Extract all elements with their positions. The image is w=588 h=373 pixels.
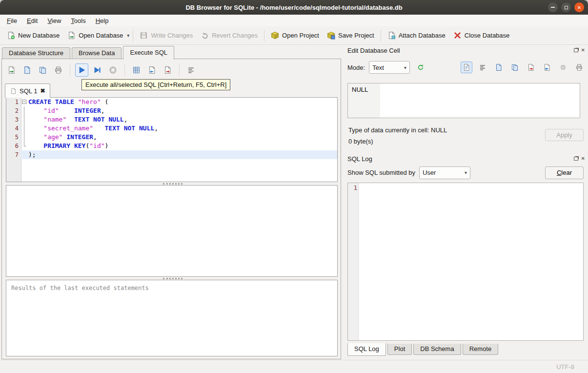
sql-tab-close-icon[interactable]: ✖ — [40, 87, 45, 94]
splitter-handle[interactable] — [163, 183, 182, 185]
dock-tab-sql-log[interactable]: SQL Log — [347, 343, 386, 356]
format-sql-button[interactable] — [184, 63, 198, 77]
code-line[interactable]: 4 "secret_name" TEXT NOT NULL, — [6, 124, 337, 133]
dock-tab-plot[interactable]: Plot — [387, 344, 412, 355]
dock-tab-remote[interactable]: Remote — [463, 344, 499, 355]
sql-tab-icon — [10, 88, 17, 94]
menu-tools[interactable]: Tools — [66, 16, 90, 26]
dock-close-icon[interactable]: ✕ — [581, 156, 585, 161]
open-in-editor-icon — [495, 63, 503, 71]
title-bar[interactable]: DB Browser for SQLite - /home/user/code/… — [0, 0, 588, 15]
close-database-button[interactable]: Close Database — [449, 29, 514, 42]
find-replace-button[interactable] — [161, 63, 174, 77]
minimize-button[interactable] — [548, 2, 558, 12]
fold-marker — [21, 150, 27, 159]
apply-button[interactable]: Apply — [545, 129, 584, 141]
text-mode-button[interactable] — [461, 62, 472, 73]
sql-log-view[interactable]: 1 — [347, 183, 584, 341]
dock-float-icon[interactable] — [574, 48, 578, 52]
word-wrap-button[interactable] — [477, 62, 488, 73]
auto-mode-button[interactable] — [415, 62, 426, 73]
execute-all-button[interactable] — [75, 63, 88, 77]
line-number: 6 — [6, 142, 21, 150]
code-text: "id" INTEGER, — [27, 106, 337, 115]
fold-marker — [21, 124, 27, 133]
results-placeholder: Results of the last executed statements — [11, 285, 149, 291]
menu-help[interactable]: Help — [91, 16, 114, 26]
tab-database-structure[interactable]: Database Structure — [2, 47, 70, 59]
fold-marker[interactable]: − — [21, 98, 27, 106]
left-pane: Database StructureBrowse DataExecute SQL — [0, 45, 343, 360]
window-title: DB Browser for SQLite - /home/user/code/… — [185, 4, 402, 11]
execute-current-line-button[interactable] — [91, 63, 104, 77]
line-number: 3 — [6, 115, 21, 124]
dock-tab-db-schema[interactable]: DB Schema — [413, 344, 461, 355]
save-project-label: Save Project — [338, 32, 374, 39]
revert-changes-button[interactable]: Revert Changes — [197, 29, 262, 42]
print-sql-button[interactable] — [52, 63, 65, 77]
minimize-icon — [551, 7, 555, 8]
stop-icon — [109, 66, 117, 74]
mode-combobox[interactable]: Text ▾ — [369, 61, 410, 74]
results-grid[interactable] — [6, 185, 338, 277]
window-controls: ✕ — [548, 2, 584, 12]
attach-database-button[interactable]: Attach Database — [384, 29, 449, 42]
fold-marker — [21, 142, 27, 150]
print-cell-button[interactable] — [573, 62, 585, 73]
tab-execute-sql[interactable]: Execute SQL — [123, 46, 174, 60]
splitter-handle[interactable] — [163, 278, 182, 279]
dock-float-icon[interactable] — [574, 157, 578, 161]
close-button[interactable]: ✕ — [574, 2, 584, 12]
code-line[interactable]: 5 "age" INTEGER, — [6, 133, 337, 142]
import-sql-button[interactable] — [145, 63, 159, 77]
stop-execution-button[interactable] — [106, 63, 120, 77]
new-database-button[interactable]: New Database — [3, 29, 63, 42]
log-filter-combobox[interactable]: User ▾ — [419, 166, 470, 179]
attach-database-label: Attach Database — [399, 32, 446, 39]
code-line[interactable]: 3 "name" TEXT NOT NULL, — [6, 115, 337, 124]
code-line[interactable]: 2 "id" INTEGER, — [6, 106, 337, 115]
cell-value-editor[interactable]: NULL — [347, 83, 580, 118]
open-project-button[interactable]: Open Project — [267, 29, 323, 42]
write-changes-button[interactable]: Write Changes — [136, 29, 197, 42]
maximize-button[interactable] — [561, 2, 571, 12]
save-results-button[interactable] — [130, 63, 143, 77]
open-sql-file-button[interactable] — [5, 63, 18, 77]
save-project-button[interactable]: Save Project — [323, 29, 378, 42]
log-filter-value: User — [423, 169, 436, 176]
import-sql-icon — [148, 66, 156, 74]
menu-view[interactable]: View — [42, 16, 66, 26]
fold-collapse-icon[interactable]: − — [22, 100, 26, 104]
export-cell-button[interactable] — [525, 62, 537, 73]
open-database-button[interactable]: Open Database — [63, 29, 127, 42]
open-in-editor-button[interactable] — [493, 62, 505, 73]
tab-browse-data[interactable]: Browse Data — [72, 47, 122, 59]
menu-file[interactable]: File — [2, 16, 22, 26]
log-filter-label: Show SQL submitted by — [347, 169, 415, 176]
sql-editor-toolbar — [5, 62, 198, 78]
log-line-number: 1 — [348, 185, 357, 191]
import-cell-button[interactable] — [541, 62, 553, 73]
code-text: "secret_name" TEXT NOT NULL, — [27, 124, 337, 133]
code-line[interactable]: 1−CREATE TABLE "hero" ( — [6, 98, 337, 106]
code-text: CREATE TABLE "hero" ( — [27, 98, 337, 106]
sql-tab-label: SQL 1 — [20, 87, 37, 95]
set-null-button[interactable] — [557, 62, 569, 73]
code-line[interactable]: 6 PRIMARY KEY("id") — [6, 142, 337, 150]
menu-edit[interactable]: Edit — [22, 16, 42, 26]
new-database-label: New Database — [18, 32, 60, 39]
toolbar-separator — [133, 30, 133, 41]
close-database-icon — [453, 31, 462, 40]
code-line[interactable]: 7); — [6, 150, 337, 159]
encoding-indicator[interactable]: UTF-8 — [556, 363, 574, 371]
attach-database-icon — [387, 31, 396, 40]
results-message-pane[interactable]: Results of the last executed statements — [6, 280, 338, 356]
clear-log-button[interactable]: Clear — [545, 166, 584, 179]
dock-close-icon[interactable]: ✕ — [581, 48, 585, 53]
open-database-dropdown-arrow[interactable]: ▾ — [126, 31, 130, 40]
copy-cell-button[interactable] — [509, 62, 521, 73]
sql-1-tab[interactable]: SQL 1 ✖ — [5, 83, 50, 98]
sql-code-editor[interactable]: 1−CREATE TABLE "hero" (2 "id" INTEGER,3 … — [6, 97, 338, 182]
save-sql-file-button[interactable] — [20, 63, 34, 77]
save-sql-file-as-button[interactable] — [36, 63, 49, 77]
